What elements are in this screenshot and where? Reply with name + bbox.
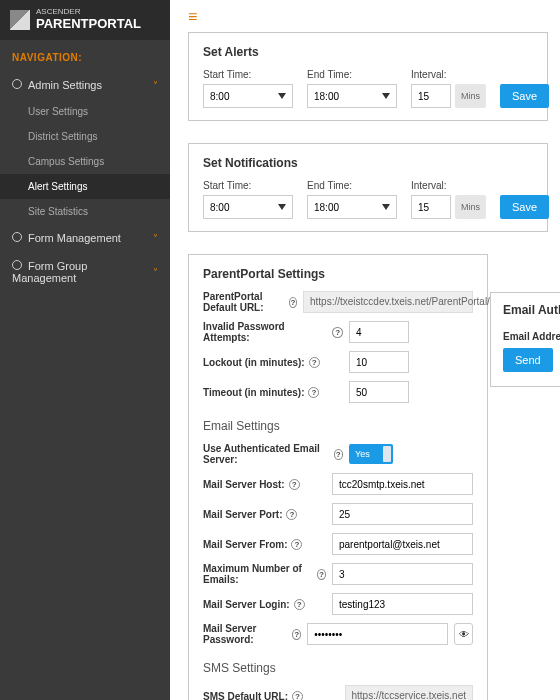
start-time-label: Start Time:: [203, 69, 293, 80]
info-icon[interactable]: ?: [291, 539, 302, 550]
mail-port-input[interactable]: [332, 503, 473, 525]
end-time-label: End Time:: [307, 180, 397, 191]
lockout-input[interactable]: [349, 351, 409, 373]
info-icon[interactable]: ?: [308, 387, 319, 398]
info-icon[interactable]: ?: [317, 569, 326, 580]
email-authentication-panel: Email Authentication Email Address: Send: [490, 292, 560, 387]
auth-server-toggle[interactable]: Yes: [349, 444, 393, 464]
interval-unit: Mins: [455, 195, 486, 219]
sidebar-item-label: Admin Settings: [28, 79, 102, 91]
mail-password-label: Mail Server Password:: [203, 623, 288, 645]
start-time-select[interactable]: 8:00: [203, 84, 293, 108]
parentportal-settings-panel: ParentPortal Settings ParentPortal Defau…: [188, 254, 488, 700]
set-notifications-panel: Set Notifications Start Time: 8:00 End T…: [188, 143, 548, 232]
invalid-attempts-label: Invalid Password Attempts:: [203, 321, 328, 343]
eye-icon[interactable]: 👁: [454, 623, 473, 645]
sidebar-sub-user-settings[interactable]: User Settings: [0, 99, 170, 124]
info-icon[interactable]: ?: [292, 691, 303, 701]
info-icon[interactable]: ?: [332, 327, 343, 338]
chevron-down-icon: ˅: [153, 267, 158, 278]
sidebar-sub-alert-settings[interactable]: Alert Settings: [0, 174, 170, 199]
info-icon[interactable]: ?: [309, 357, 320, 368]
default-url-label: ParentPortal Default URL:: [203, 291, 285, 313]
timeout-input[interactable]: [349, 381, 409, 403]
sidebar-item-admin-settings[interactable]: Admin Settings ˅: [0, 71, 170, 99]
menu-toggle-icon[interactable]: ≡: [188, 8, 197, 26]
mail-port-label: Mail Server Port:: [203, 509, 282, 520]
lockout-label: Lockout (in minutes):: [203, 357, 305, 368]
end-time-label: End Time:: [307, 69, 397, 80]
mail-host-label: Mail Server Host:: [203, 479, 285, 490]
panel-title: Set Notifications: [203, 156, 533, 170]
interval-input[interactable]: [411, 195, 451, 219]
email-address-label: Email Address:: [503, 331, 560, 342]
mail-password-input[interactable]: [307, 623, 448, 645]
sidebar-sub-site-statistics[interactable]: Site Statistics: [0, 199, 170, 224]
mail-login-label: Mail Server Login:: [203, 599, 290, 610]
panel-title: Email Authentication: [503, 303, 560, 317]
chevron-down-icon: ˅: [153, 233, 158, 244]
mail-login-input[interactable]: [332, 593, 473, 615]
save-button[interactable]: Save: [500, 195, 549, 219]
info-icon[interactable]: ?: [289, 479, 300, 490]
panel-title: ParentPortal Settings: [203, 267, 473, 281]
sidebar-item-form-group-management[interactable]: Form Group Management ˅: [0, 252, 170, 292]
sidebar: ASCENDER PARENTPORTAL NAVIGATION: Admin …: [0, 0, 170, 700]
interval-label: Interval:: [411, 69, 486, 80]
end-time-select[interactable]: 18:00: [307, 84, 397, 108]
toggle-knob: [383, 446, 391, 462]
info-icon[interactable]: ?: [334, 449, 343, 460]
main-content: ≡ Set Alerts Start Time: 8:00 End Time: …: [170, 0, 560, 700]
max-emails-input[interactable]: [332, 563, 473, 585]
interval-label: Interval:: [411, 180, 486, 191]
send-button[interactable]: Send: [503, 348, 553, 372]
sms-url-label: SMS Default URL:: [203, 691, 288, 701]
interval-unit: Mins: [455, 84, 486, 108]
timeout-label: Timeout (in minutes):: [203, 387, 304, 398]
sidebar-item-form-management[interactable]: Form Management ˅: [0, 224, 170, 252]
sidebar-sub-campus-settings[interactable]: Campus Settings: [0, 149, 170, 174]
panel-title: Set Alerts: [203, 45, 533, 59]
set-alerts-panel: Set Alerts Start Time: 8:00 End Time: 18…: [188, 32, 548, 121]
brand-logo-icon: [10, 10, 30, 30]
chevron-down-icon: ˅: [153, 80, 158, 91]
sidebar-item-label: Form Group Management: [12, 260, 87, 284]
default-url-value: https://txeistccdev.txeis.net/ParentPort…: [303, 291, 473, 313]
save-button[interactable]: Save: [500, 84, 549, 108]
brand-name: PARENTPORTAL: [36, 16, 141, 31]
sms-settings-heading: SMS Settings: [203, 661, 473, 675]
auth-server-label: Use Authenticated Email Server:: [203, 443, 330, 465]
email-settings-heading: Email Settings: [203, 419, 473, 433]
info-icon[interactable]: ?: [289, 297, 297, 308]
sms-url-value: https://tccservice.txeis.net: [345, 685, 474, 700]
info-icon[interactable]: ?: [294, 599, 305, 610]
start-time-label: Start Time:: [203, 180, 293, 191]
info-icon[interactable]: ?: [292, 629, 301, 640]
start-time-select[interactable]: 8:00: [203, 195, 293, 219]
mail-from-input[interactable]: [332, 533, 473, 555]
max-emails-label: Maximum Number of Emails:: [203, 563, 313, 585]
end-time-select[interactable]: 18:00: [307, 195, 397, 219]
gear-icon: [12, 79, 22, 89]
info-icon[interactable]: ?: [286, 509, 297, 520]
gear-icon: [12, 260, 22, 270]
nav-heading: NAVIGATION:: [0, 40, 170, 71]
mail-host-input[interactable]: [332, 473, 473, 495]
invalid-attempts-input[interactable]: [349, 321, 409, 343]
sidebar-sub-district-settings[interactable]: District Settings: [0, 124, 170, 149]
gear-icon: [12, 232, 22, 242]
mail-from-label: Mail Server From:: [203, 539, 287, 550]
interval-input[interactable]: [411, 84, 451, 108]
sidebar-item-label: Form Management: [28, 232, 121, 244]
brand: ASCENDER PARENTPORTAL: [0, 0, 170, 40]
